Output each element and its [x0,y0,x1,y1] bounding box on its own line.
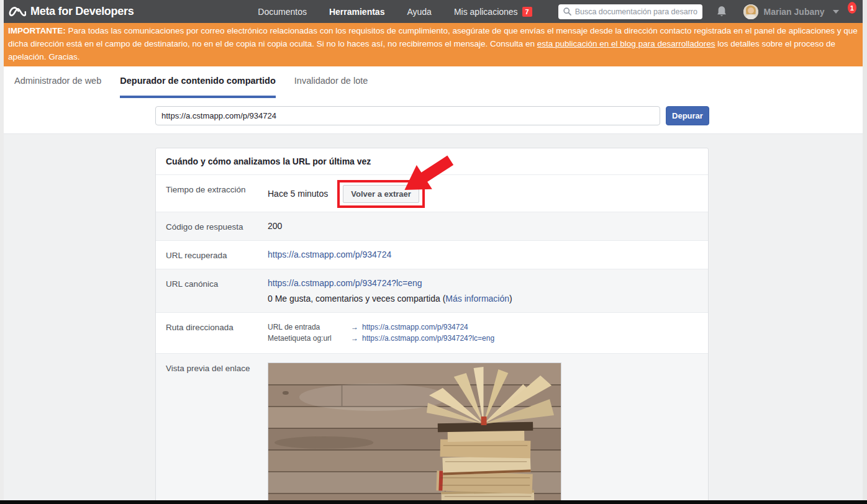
tab-administrador-de-web[interactable]: Administrador de web [14,76,101,98]
engagement-text: 0 Me gusta, comentarios y veces comparti… [268,294,445,304]
search-input[interactable] [575,7,697,16]
avatar [743,4,758,19]
compliance-warning-banner: IMPORTANTE: Para todas las comunicacione… [4,23,863,66]
scrape-time-value: Hace 5 minutos [268,189,328,199]
scrape-results-card: Cuándo y cómo analizamos la URL por últi… [155,148,709,500]
user-name: Marian Jubany [764,7,825,17]
row-redirect-path: Ruta direccionada URL de entrada → https… [156,312,708,353]
logo-text: Meta for Developers [30,5,134,18]
engagement-suffix: ) [509,294,512,304]
user-menu[interactable]: Marian Jubany [743,4,839,19]
canonical-url-link[interactable]: https://a.cstmapp.com/p/934724?lc=eng [268,278,422,288]
nav-item-documentos[interactable]: Documentos [258,7,307,17]
meta-developers-logo[interactable]: Meta for Developers [9,5,134,18]
row-label: Código de respuesta [166,221,268,232]
row-link-preview: Vista previa del enlace [156,353,708,500]
tab-invalidador-de-lote[interactable]: Invalidador de lote [294,76,368,98]
mas-informacion-link[interactable]: Más información [445,294,509,304]
nav-item-mis-aplicaciones[interactable]: Mis aplicaciones 7 [454,7,532,17]
right-arrow-icon: → [351,333,358,344]
redirect-entry: Metaetiqueta og:url → https://a.cstmapp.… [268,333,494,344]
redirect-entry-name: URL de entrada [268,322,347,333]
response-code-value: 200 [268,221,282,231]
nav-item-herramientas[interactable]: Herramientas [329,7,385,17]
row-label: Vista previa del enlace [166,362,268,373]
page: Meta for Developers Documentos Herramien… [4,0,863,500]
top-navbar: Meta for Developers Documentos Herramien… [4,0,863,23]
card-title: Cuándo y cómo analizamos la URL por últi… [156,148,708,174]
screenshot-bottom-border [0,500,867,504]
tool-tabs: Administrador de web Depurador de conten… [14,76,863,98]
fetched-url-link[interactable]: https://a.cstmapp.com/p/934724 [268,250,391,259]
banner-blog-link[interactable]: esta publicación en el blog para desarro… [537,39,715,48]
link-preview-card[interactable]: A.CSTMAPP.COM RULETA DE LIBROS [268,362,561,500]
search-icon [563,7,571,16]
right-arrow-icon: → [351,322,358,333]
debug-form: Depurar [155,106,863,125]
redirect-entry-name: Metaetiqueta og:url [268,333,347,344]
row-label: URL recuperada [166,250,268,260]
page-scrollbar[interactable] [863,0,867,500]
depurar-button[interactable]: Depurar [666,106,709,125]
row-fetched-url: URL recuperada https://a.cstmapp.com/p/9… [156,240,708,269]
redirect-entry-url[interactable]: https://a.cstmapp.com/p/934724?lc=eng [362,333,494,344]
row-label: Tiempo de extracción [166,184,268,194]
banner-label: IMPORTANTE: [8,26,66,35]
row-label: URL canónica [166,278,268,289]
nav-menu: Documentos Herramientas Ayuda Mis aplica… [258,7,532,17]
notifications-bell-icon[interactable] [716,6,727,17]
tool-header: Administrador de web Depurador de conten… [4,66,863,134]
meta-infinity-icon [9,6,26,17]
volver-a-extraer-button[interactable]: Volver a extraer [343,185,419,203]
row-label: Ruta direccionada [166,322,268,332]
apps-count-badge: 7 [522,7,532,17]
row-canonical-url: URL canónica https://a.cstmapp.com/p/934… [156,269,708,312]
redirect-entry: URL de entrada → https://a.cstmapp.com/p… [268,322,494,333]
tab-depurador-contenido[interactable]: Depurador de contenido compartido [120,76,276,98]
row-scrape-time: Tiempo de extracción Hace 5 minutos Volv… [156,174,708,212]
chevron-down-icon [833,10,839,14]
search-box[interactable] [558,4,702,19]
notification-count-badge[interactable]: 1 [848,2,856,14]
row-response-code: Código de respuesta 200 [156,212,708,240]
redirect-entry-url[interactable]: https://a.cstmapp.com/p/934724 [362,322,468,333]
screenshot-frame: Meta for Developers Documentos Herramien… [0,0,867,504]
window-left-edge [0,0,4,500]
preview-image-books [268,363,561,500]
nav-item-ayuda[interactable]: Ayuda [407,7,431,17]
url-input[interactable] [155,106,660,125]
